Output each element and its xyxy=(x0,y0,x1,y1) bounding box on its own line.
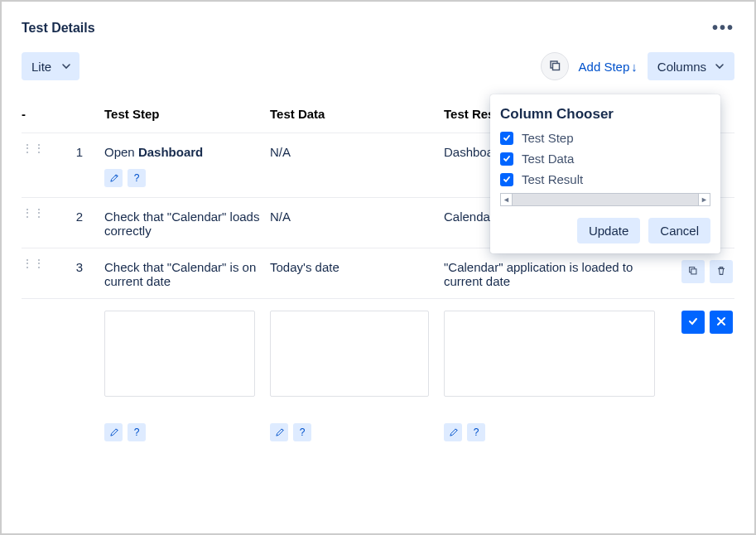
new-step-input[interactable] xyxy=(104,311,255,397)
view-mode-value: Lite xyxy=(31,60,51,74)
edit-icon[interactable] xyxy=(104,423,123,441)
checkbox-checked-icon[interactable] xyxy=(500,173,513,186)
cell-test-data[interactable]: N/A xyxy=(270,145,444,159)
copy-icon xyxy=(548,59,561,75)
new-result-input[interactable] xyxy=(444,311,655,397)
scroll-left-icon[interactable]: ◄ xyxy=(501,194,513,205)
toolbar: Lite Add Step↓ Columns xyxy=(22,52,734,80)
chevron-down-icon xyxy=(61,61,71,71)
chevron-down-icon xyxy=(715,61,725,71)
header-test-step: Test Step xyxy=(104,107,270,121)
add-step-button[interactable]: Add Step↓ xyxy=(579,60,638,74)
close-icon xyxy=(715,316,727,330)
cell-test-result[interactable]: "Calendar" application is loaded to curr… xyxy=(444,260,670,288)
arrow-down-icon: ↓ xyxy=(631,60,638,74)
cancel-new-step-button[interactable] xyxy=(710,311,733,334)
popup-title: Column Chooser xyxy=(500,106,710,123)
edit-icon[interactable] xyxy=(270,423,288,441)
drag-handle-icon[interactable]: ⋮⋮ xyxy=(22,260,33,267)
checkbox-checked-icon[interactable] xyxy=(500,132,513,145)
header-num xyxy=(55,107,104,121)
popup-scrollbar[interactable]: ◄ ► xyxy=(500,193,710,206)
table-row: ⋮⋮ 3 Check that "Calendar" is on current… xyxy=(22,248,734,298)
column-option-label: Test Step xyxy=(522,131,574,145)
column-option[interactable]: Test Step xyxy=(500,131,710,145)
column-chooser-popup: Column Chooser Test Step Test Data Test … xyxy=(490,94,720,253)
header-drag: - xyxy=(22,107,55,121)
cell-test-data[interactable]: Today's date xyxy=(270,260,444,274)
delete-row-button[interactable] xyxy=(710,260,733,283)
add-step-label: Add Step xyxy=(579,60,630,74)
scroll-right-icon[interactable]: ► xyxy=(698,194,710,205)
svg-rect-3 xyxy=(691,268,696,273)
cancel-button[interactable]: Cancel xyxy=(648,218,710,243)
panel-title: Test Details xyxy=(22,21,95,36)
column-option-label: Test Data xyxy=(522,152,574,166)
scroll-track[interactable] xyxy=(513,194,698,205)
test-details-panel: Test Details ••• Lite Add Step↓ Columns xyxy=(0,0,756,535)
checkbox-checked-icon[interactable] xyxy=(500,152,513,166)
update-button[interactable]: Update xyxy=(577,218,640,243)
new-step-row xyxy=(22,298,734,407)
cell-test-step[interactable]: Open Dashboard ? xyxy=(104,145,270,187)
copy-icon xyxy=(687,265,699,279)
help-icon[interactable]: ? xyxy=(128,423,146,441)
check-icon xyxy=(687,316,699,330)
help-icon[interactable]: ? xyxy=(467,423,485,441)
help-icon[interactable]: ? xyxy=(128,169,146,187)
drag-handle-icon[interactable]: ⋮⋮ xyxy=(22,145,33,152)
cell-test-step[interactable]: Check that "Calendar" is on current date xyxy=(104,260,270,288)
trash-icon xyxy=(715,265,727,279)
row-number: 3 xyxy=(55,260,104,274)
edit-icon[interactable] xyxy=(104,169,123,187)
columns-button[interactable]: Columns xyxy=(648,52,734,80)
row-number: 2 xyxy=(55,210,104,224)
column-option-label: Test Result xyxy=(522,172,583,186)
panel-header: Test Details ••• xyxy=(22,18,734,37)
cell-test-step[interactable]: Check that "Calendar" loads correctly xyxy=(104,210,270,238)
columns-label: Columns xyxy=(657,60,706,74)
column-option[interactable]: Test Result xyxy=(500,172,710,186)
cell-test-data[interactable]: N/A xyxy=(270,210,444,224)
column-option[interactable]: Test Data xyxy=(500,152,710,166)
copy-row-button[interactable] xyxy=(681,260,705,283)
more-menu-icon[interactable]: ••• xyxy=(712,18,734,37)
edit-icon[interactable] xyxy=(444,423,462,441)
drag-handle-icon[interactable]: ⋮⋮ xyxy=(22,210,33,216)
header-test-data: Test Data xyxy=(270,107,444,121)
view-mode-select[interactable]: Lite xyxy=(22,52,79,80)
svg-rect-1 xyxy=(552,63,559,70)
new-row-tools: ? ? ? xyxy=(22,407,734,441)
new-data-input[interactable] xyxy=(270,311,429,397)
row-number: 1 xyxy=(55,145,104,159)
confirm-new-step-button[interactable] xyxy=(681,311,705,334)
help-icon[interactable]: ? xyxy=(293,423,311,441)
clone-step-button[interactable] xyxy=(541,52,569,80)
